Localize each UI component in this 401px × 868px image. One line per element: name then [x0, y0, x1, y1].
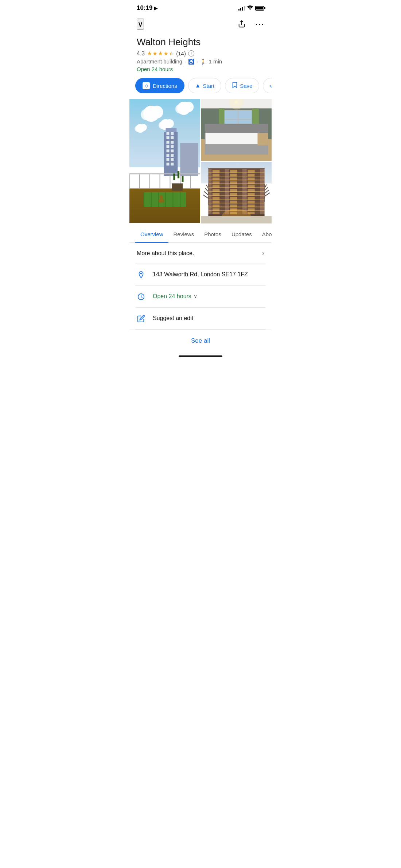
- star-5-half: ★ ★: [169, 50, 174, 57]
- tab-reviews[interactable]: Reviews: [168, 226, 199, 242]
- rating-number: 4.3: [137, 50, 145, 57]
- tab-updates[interactable]: Updates: [226, 226, 257, 242]
- stars: ★ ★ ★ ★ ★ ★: [147, 50, 174, 57]
- photo-side-top-canvas: [201, 99, 272, 161]
- category-row: Apartment building · ♿ · 🚶 1 min: [137, 58, 264, 65]
- svg-point-0: [250, 9, 251, 10]
- battery-icon: [255, 6, 264, 11]
- address-row: 143 Walworth Rd, London SE17 1FZ: [135, 264, 266, 286]
- open-status: Open 24 hours: [137, 66, 264, 72]
- star-3: ★: [158, 50, 163, 57]
- share-small-icon: [270, 82, 272, 89]
- star-2: ★: [152, 50, 157, 57]
- tab-about[interactable]: About: [257, 226, 272, 242]
- accessibility-icon: ♿: [188, 59, 194, 65]
- wifi-icon: [247, 5, 253, 11]
- more-about-text: More about this place.: [137, 250, 194, 257]
- location-pin-icon: [137, 271, 145, 279]
- save-icon: [232, 82, 238, 90]
- tabs: Overview Reviews Photos Updates About: [129, 226, 272, 243]
- status-time: 10:19 ▶: [137, 4, 157, 12]
- walking-icon: 🚶: [200, 59, 206, 65]
- category-text: Apartment building: [137, 58, 182, 65]
- photo-main-canvas: [129, 99, 200, 223]
- chevron-right-icon: ›: [262, 249, 264, 257]
- clock-icon: [137, 293, 145, 301]
- more-about-row[interactable]: More about this place. ›: [135, 243, 266, 264]
- suggest-edit-text: Suggest an edit: [153, 314, 264, 322]
- hours-chevron-icon: ∨: [194, 293, 197, 300]
- place-title: Walton Heights: [137, 36, 264, 48]
- info-icon[interactable]: i: [188, 50, 194, 57]
- home-bar: [179, 355, 222, 357]
- see-all-section[interactable]: See all: [129, 330, 272, 352]
- suggest-edit-row[interactable]: Suggest an edit: [135, 308, 266, 330]
- photo-main[interactable]: [129, 99, 200, 223]
- directions-icon: [143, 82, 150, 89]
- top-nav: ∨ ···: [129, 15, 272, 35]
- start-button[interactable]: ▲ Start: [188, 78, 222, 93]
- see-all-button[interactable]: See all: [191, 337, 210, 345]
- photo-side-bottom[interactable]: [201, 162, 272, 223]
- walk-time: 1 min: [209, 58, 222, 65]
- star-1: ★: [147, 50, 152, 57]
- share-button[interactable]: [235, 17, 248, 31]
- directions-button[interactable]: Directions: [135, 78, 184, 93]
- photo-side-top[interactable]: [201, 99, 272, 161]
- rating-count: (14): [176, 50, 186, 57]
- more-options-button[interactable]: ···: [256, 19, 264, 29]
- save-button[interactable]: Save: [225, 78, 259, 93]
- photo-side-bottom-canvas: [201, 162, 272, 223]
- place-header: Walton Heights 4.3 ★ ★ ★ ★ ★ ★ (14) i Ap…: [129, 35, 272, 72]
- status-bar: 10:19 ▶: [129, 0, 272, 15]
- home-indicator: [129, 352, 272, 360]
- time-text: 10:19: [137, 4, 152, 12]
- edit-pencil-icon: [137, 315, 145, 323]
- address-text: 143 Walworth Rd, London SE17 1FZ: [153, 270, 264, 279]
- rating-row: 4.3 ★ ★ ★ ★ ★ ★ (14) i: [137, 50, 264, 57]
- photo-grid[interactable]: [129, 99, 272, 223]
- location-arrow-icon: ▶: [154, 5, 157, 11]
- signal-icon: [238, 5, 245, 11]
- hours-row[interactable]: Open 24 hours ∨: [135, 286, 266, 308]
- star-4: ★: [163, 50, 168, 57]
- status-icons: [238, 5, 264, 11]
- action-buttons: Directions ▲ Start Save Sh: [129, 78, 272, 99]
- tab-overview[interactable]: Overview: [135, 226, 168, 242]
- share-icon: [238, 20, 246, 28]
- collapse-button[interactable]: ∨: [137, 19, 144, 30]
- share-small-button[interactable]: Sh: [263, 78, 272, 93]
- tab-photos[interactable]: Photos: [199, 226, 226, 242]
- hours-text: Open 24 hours ∨: [153, 292, 264, 300]
- start-icon: ▲: [195, 82, 201, 89]
- info-section: More about this place. › 143 Walworth Rd…: [129, 243, 272, 330]
- svg-point-3: [140, 273, 142, 275]
